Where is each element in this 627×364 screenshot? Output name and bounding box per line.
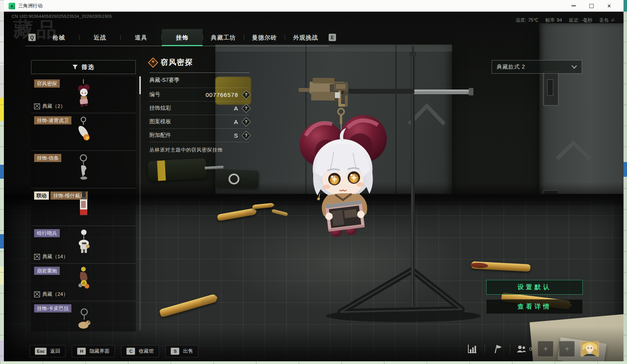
detail-row-pattern: 图案模板 A ? xyxy=(149,115,249,129)
hint-hide-ui[interactable]: H 隐藏界面 xyxy=(72,345,115,357)
item-description: 丛林派对主题中的窃风密探挂饰 xyxy=(149,142,249,154)
icon-separator xyxy=(485,344,485,354)
charm-list-item[interactable]: 联动 挂饰-维什戴尔 xyxy=(31,188,136,226)
item-thumbnail xyxy=(72,228,95,260)
bar-chart-icon xyxy=(467,344,477,354)
hint-sell[interactable]: S 出售 xyxy=(165,345,198,357)
add-slot-button[interactable]: + xyxy=(559,341,575,357)
collab-badge: 联动 xyxy=(34,191,49,200)
hotkey-hints: Esc 返回 H 隐藏界面 C 收藏馆 S 出售 xyxy=(29,345,198,357)
maximize-icon xyxy=(589,4,594,8)
charm-list-item[interactable]: 挂饰-凌霄戍卫 xyxy=(31,113,136,151)
charm-list-item[interactable]: 窃风密探 典藏（2） xyxy=(31,76,136,113)
collection-icon xyxy=(34,104,40,109)
collection-count: 典藏（2） xyxy=(34,103,65,110)
charm-list-item[interactable]: 崩岩重炮 典藏（24） xyxy=(31,264,136,301)
style-dropdown-value: 典藏款式 2 xyxy=(497,64,525,71)
minimize-button[interactable] xyxy=(565,0,582,12)
item-thumbnail xyxy=(72,265,95,298)
window-title: 三角洲行动 xyxy=(18,3,43,9)
charm-list-item[interactable]: 暗行哨兵 典藏（14） xyxy=(31,226,136,264)
charm-list: 窃风密探 典藏（2） 挂饰-凌霄戍卫 xyxy=(31,76,136,331)
item-thumbnail xyxy=(72,78,95,110)
filter-label: 筛选 xyxy=(81,64,95,71)
social-count: 0 xyxy=(529,346,532,352)
maximize-button[interactable] xyxy=(582,0,600,12)
item-thumbnail xyxy=(72,307,95,331)
tab-appearance-challenge[interactable]: 外观挑战 xyxy=(285,29,326,46)
icon-separator xyxy=(510,344,510,354)
tab-charms[interactable]: 挂饰 xyxy=(162,29,203,46)
screen: ▲ 三角洲行动 ✕ xyxy=(0,0,627,364)
collection-count: 典藏（14） xyxy=(34,253,68,260)
tab-cycle-left-key: Q xyxy=(28,34,36,41)
social-button[interactable]: 0 xyxy=(516,344,532,354)
item-name-badge: 崩岩重炮 xyxy=(34,267,60,275)
list-scrollbar[interactable] xyxy=(139,76,141,330)
auction-flag-button[interactable] xyxy=(491,342,504,355)
detail-row-serial: 编号 007766578 ? xyxy=(149,88,249,102)
tab-firearms[interactable]: 枪械 xyxy=(38,29,79,46)
filter-button[interactable]: 筛选 xyxy=(31,60,136,74)
desktop-accent xyxy=(624,0,627,12)
stats-chart-button[interactable] xyxy=(466,342,479,355)
player-avatar[interactable] xyxy=(580,341,599,357)
avatar-image xyxy=(581,342,599,356)
item-detail-panel: 窃风密探 典藏-S7赛季 编号 007766578 ? 挂饰炫彩 A ? 图案模… xyxy=(149,57,249,154)
window-controls: ✕ xyxy=(565,0,624,12)
flag-icon xyxy=(492,344,502,354)
performance-stats: 温度:75℃ 帧率94 延迟:-毫秒 丢包-/- xyxy=(516,17,615,24)
scrollbar-thumb[interactable] xyxy=(139,76,141,94)
perf-stat: 丢包-/- xyxy=(599,17,615,24)
desktop-edge-bottom xyxy=(0,361,627,364)
bottom-right-bar: 0 + + xyxy=(466,341,599,357)
item-name-badge: 挂饰-凌霄戍卫 xyxy=(34,116,71,124)
charm-list-item[interactable]: 挂饰-卡皮巴拉 xyxy=(31,301,136,331)
window-titlebar: ▲ 三角洲行动 ✕ xyxy=(4,0,624,12)
category-tabbar: Q 枪械 近战 道具 挂饰 典藏工坊 曼德尔砖 外观挑战 E xyxy=(26,29,339,46)
close-button[interactable]: ✕ xyxy=(600,0,618,12)
item-season: 典藏-S7赛季 xyxy=(149,73,249,88)
perf-stat: 延迟:-毫秒 xyxy=(569,17,592,24)
tabbar-underline xyxy=(26,46,329,46)
help-icon[interactable]: ? xyxy=(241,131,251,140)
view-details-button[interactable]: 查看详情 xyxy=(486,299,583,314)
chevron-down-icon xyxy=(572,65,577,69)
item-name-badge: 暗行哨兵 xyxy=(34,229,60,237)
desktop-edge-left xyxy=(0,0,4,364)
titlebar-spacer xyxy=(618,0,624,12)
tab-collection-workshop[interactable]: 典藏工坊 xyxy=(203,29,244,46)
tab-mandel-brick[interactable]: 曼德尔砖 xyxy=(244,29,285,46)
item-thumbnail xyxy=(72,190,95,223)
item-name-badge: 窃风密探 xyxy=(34,79,60,88)
collection-icon xyxy=(34,254,40,260)
collection-count: 典藏（24） xyxy=(34,291,68,298)
perf-stat: 温度:75℃ xyxy=(516,17,539,24)
desktop-edge-right xyxy=(624,0,627,361)
set-default-button[interactable]: 设置默认 xyxy=(486,280,583,295)
tab-melee[interactable]: 近战 xyxy=(80,29,120,46)
add-slot-button[interactable]: + xyxy=(538,341,553,357)
detail-row-accessory: 附加配件 S ? xyxy=(149,129,249,142)
item-thumbnail xyxy=(72,152,95,185)
filter-funnel-icon xyxy=(72,64,78,70)
collection-icon xyxy=(34,292,40,297)
help-icon[interactable]: ? xyxy=(241,117,251,126)
bottle-prop xyxy=(215,169,259,188)
detail-header: 窃风密探 xyxy=(149,57,249,73)
charm-list-item[interactable]: 挂饰-信条 xyxy=(31,151,136,188)
help-icon[interactable]: ? xyxy=(241,104,251,113)
game-window: CN UID:90364405826025523534_202603051905… xyxy=(4,12,624,361)
item-name-badge: 挂饰-卡皮巴拉 xyxy=(34,304,71,312)
tab-items[interactable]: 道具 xyxy=(121,29,161,46)
item-thumbnail xyxy=(72,115,95,147)
style-dropdown[interactable]: 典藏款式 2 xyxy=(492,60,582,74)
help-icon[interactable]: ? xyxy=(241,90,251,99)
people-icon xyxy=(516,344,527,354)
tab-cycle-right-key: E xyxy=(329,34,336,41)
item-name-badge: 挂饰-信条 xyxy=(34,154,61,162)
hint-back[interactable]: Esc 返回 xyxy=(29,345,66,357)
hint-collection-hall[interactable]: C 收藏馆 xyxy=(121,345,159,357)
charm-3d-model xyxy=(295,82,411,245)
detail-row-colorway: 挂饰炫彩 A ? xyxy=(149,102,249,115)
